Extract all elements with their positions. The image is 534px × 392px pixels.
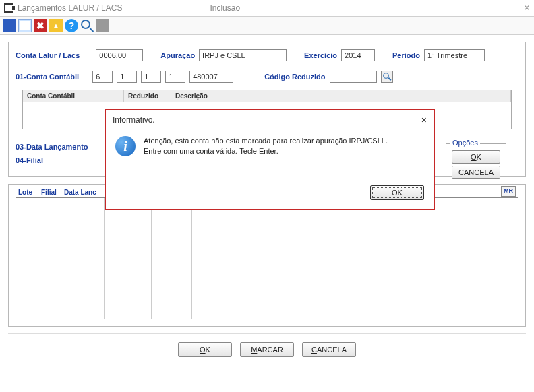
toolbar-help-icon[interactable]: ? bbox=[65, 19, 78, 32]
field-cc-p3[interactable]: 1 bbox=[141, 71, 161, 83]
field-apuracao[interactable]: IRPJ e CSLL bbox=[199, 49, 287, 61]
window-title: Lançamentos LALUR / LACS bbox=[18, 3, 122, 13]
toolbar-misc-icon[interactable] bbox=[96, 19, 109, 32]
options-box: Opções OK CANCELA bbox=[446, 143, 506, 187]
grid-hdr-lote: Lote bbox=[16, 189, 38, 196]
modal-title-text: Informativo. bbox=[113, 115, 155, 125]
field-cc-p4[interactable]: 1 bbox=[165, 71, 185, 83]
toolbar-error-icon[interactable]: ✖ bbox=[34, 19, 47, 32]
modal-close-icon[interactable]: × bbox=[421, 115, 427, 125]
grid-body[interactable] bbox=[16, 198, 518, 319]
field-codigo-reduzido[interactable] bbox=[330, 71, 377, 83]
close-icon[interactable]: × bbox=[524, 2, 530, 14]
label-apuracao: Apuração bbox=[160, 51, 195, 59]
app-titlebar-icon bbox=[4, 3, 13, 13]
subhdr-reduzido: Reduzido bbox=[124, 90, 171, 102]
window-mode: Inclusão bbox=[210, 3, 240, 13]
modal-line2: Entre com uma conta válida. Tecle Enter. bbox=[144, 146, 388, 156]
modal-informativo: Informativo. × i Atenção, esta conta não… bbox=[105, 109, 435, 210]
toolbar-app-icon[interactable] bbox=[3, 19, 16, 32]
subhdr-conta: Conta Contábil bbox=[23, 90, 124, 102]
subhdr-descricao: Descrição bbox=[171, 90, 511, 102]
lookup-codigo-icon[interactable] bbox=[381, 71, 393, 83]
field-conta-lalur[interactable]: 0006.00 bbox=[96, 49, 143, 61]
options-ok-button[interactable]: OK bbox=[452, 150, 500, 164]
toolbar-warning-icon[interactable]: ▲ bbox=[49, 19, 63, 32]
field-cc-p2[interactable]: 1 bbox=[117, 71, 137, 83]
toolbar-search-icon[interactable] bbox=[80, 19, 94, 32]
bottom-cancel-button[interactable]: CANCELA bbox=[302, 342, 356, 357]
field-cc-p5[interactable]: 480007 bbox=[189, 71, 233, 83]
label-conta-lalur: Conta Lalur / Lacs bbox=[16, 51, 80, 59]
toolbar-page-icon[interactable] bbox=[18, 19, 32, 32]
grid-mr-button[interactable]: MR bbox=[501, 186, 516, 197]
info-icon: i bbox=[115, 136, 136, 156]
window-titlebar: Lançamentos LALUR / LACS Inclusão × bbox=[0, 0, 534, 16]
grid-hdr-datalanc: Data Lanc bbox=[61, 189, 105, 196]
modal-ok-button[interactable]: OK bbox=[370, 185, 424, 200]
grid-hdr-filial: Filial bbox=[38, 189, 61, 196]
field-periodo[interactable]: 1º Trimestre bbox=[424, 49, 485, 61]
bottom-marcar-button[interactable]: MARCAR bbox=[240, 342, 294, 357]
label-exercicio: Exercício bbox=[304, 51, 337, 59]
label-periodo: Período bbox=[392, 51, 420, 59]
options-legend: Opções bbox=[450, 139, 480, 147]
toolbar: ✖ ▲ ? bbox=[0, 16, 534, 35]
bottom-button-bar: OK MARCAR CANCELA bbox=[8, 333, 526, 365]
modal-line1: Atenção, esta conta não esta marcada par… bbox=[144, 136, 388, 146]
bottom-ok-button[interactable]: OK bbox=[178, 342, 232, 357]
field-exercicio[interactable]: 2014 bbox=[341, 49, 375, 61]
field-cc-p1[interactable]: 6 bbox=[92, 71, 113, 83]
options-cancel-button[interactable]: CANCELA bbox=[452, 166, 500, 179]
label-codigo-reduzido: Código Reduzido bbox=[264, 73, 325, 81]
label-conta-contabil: 01-Conta Contábil bbox=[16, 73, 79, 81]
